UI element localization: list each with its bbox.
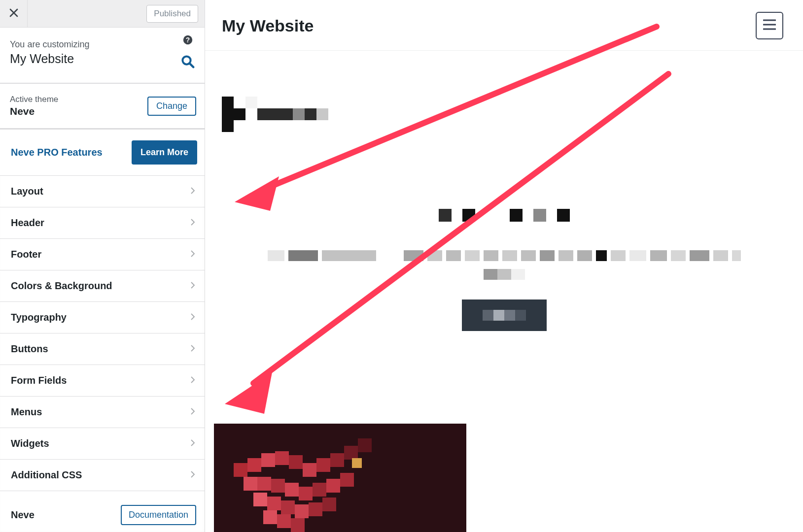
svg-rect-34 [291,518,305,532]
documentation-button[interactable]: Documentation [121,505,196,525]
chevron-right-icon [188,218,197,229]
svg-line-3 [190,64,194,67]
chevron-right-icon [188,375,197,386]
section-widgets[interactable]: Widgets [0,428,205,460]
customizer-sidebar: Published You are customizing My Website… [0,0,205,532]
svg-rect-17 [358,438,372,452]
svg-rect-10 [261,453,275,467]
section-buttons[interactable]: Buttons [0,333,205,365]
svg-rect-8 [234,463,247,477]
learn-more-button[interactable]: Learn More [132,140,197,165]
section-menus[interactable]: Menus [0,397,205,428]
search-icon[interactable] [180,54,195,71]
section-label: Form Fields [11,375,67,386]
section-colors-background[interactable]: Colors & Background [0,270,205,302]
preview-cta-button-placeholder[interactable] [462,299,547,331]
svg-rect-21 [285,483,299,497]
svg-text:?: ? [186,36,190,44]
section-label: Typography [11,312,67,323]
svg-rect-29 [295,504,309,518]
chevron-right-icon [188,438,197,449]
doc-row-label: Neve [11,509,35,521]
section-header[interactable]: Header [0,207,205,239]
section-additional-css[interactable]: Additional CSS [0,460,205,491]
chevron-right-icon [188,470,197,481]
preview-hero-subtitle-placeholder [230,250,778,261]
section-layout[interactable]: Layout [0,176,205,207]
svg-rect-22 [299,487,313,500]
svg-rect-24 [326,479,340,493]
section-label: Header [11,217,44,229]
chevron-right-icon [188,281,197,292]
section-form-fields[interactable]: Form Fields [0,365,205,397]
active-theme-label: Active theme [10,95,58,104]
pro-features-row: Neve PRO Features Learn More [0,129,205,175]
svg-marker-40 [225,372,272,414]
svg-rect-18 [244,477,257,491]
svg-rect-23 [313,483,326,497]
chevron-right-icon [188,312,197,323]
preview-hero-image-placeholder [214,424,466,532]
section-label: Colors & Background [11,280,112,292]
svg-rect-32 [263,510,277,524]
sidebar-topbar: Published [0,0,205,28]
preview-hero-subtitle2-placeholder [484,269,525,280]
svg-marker-38 [235,176,279,211]
svg-rect-11 [275,451,289,465]
chevron-right-icon [188,407,197,418]
chevron-right-icon [188,344,197,355]
svg-rect-20 [271,479,285,493]
svg-rect-30 [309,502,322,516]
preview-hero-title-placeholder [439,209,570,222]
svg-rect-26 [253,493,267,506]
active-theme-name: Neve [10,105,58,117]
doc-row: Neve Documentation [0,491,205,532]
section-label: Additional CSS [11,469,82,481]
mobile-menu-button[interactable] [756,12,783,39]
svg-rect-33 [277,514,291,528]
svg-rect-16 [344,446,358,460]
svg-rect-28 [281,500,295,514]
svg-rect-19 [257,477,271,491]
customizing-header: You are customizing My Website ? [0,28,205,83]
preview-pane: My Website [205,0,803,532]
hamburger-icon [763,19,776,32]
preview-site-title[interactable]: My Website [222,16,314,35]
section-typography[interactable]: Typography [0,302,205,333]
svg-rect-25 [340,473,354,487]
section-label: Layout [11,186,43,197]
customizing-label: You are customizing [10,39,89,50]
change-theme-button[interactable]: Change [147,97,196,116]
svg-rect-14 [316,458,330,472]
section-label: Footer [11,249,41,260]
chevron-right-icon [188,186,197,197]
preview-logo-placeholder [222,97,328,132]
section-label: Buttons [11,343,48,355]
preview-site-header: My Website [205,0,803,51]
section-footer[interactable]: Footer [0,239,205,270]
section-label: Widgets [11,438,49,449]
help-icon[interactable]: ? [182,34,193,47]
customizing-site-title: My Website [10,52,89,66]
publish-status-button[interactable]: Published [146,5,198,23]
svg-rect-35 [352,458,362,468]
close-icon [9,8,19,20]
section-label: Menus [11,406,42,418]
close-customizer-button[interactable] [0,0,28,28]
svg-rect-27 [267,497,281,510]
svg-rect-31 [322,498,336,511]
svg-rect-15 [330,453,344,467]
pro-features-label[interactable]: Neve PRO Features [11,147,103,158]
chevron-right-icon [188,249,197,260]
svg-rect-9 [247,458,261,472]
svg-rect-12 [289,455,303,469]
svg-rect-13 [303,463,316,477]
active-theme-row: Active theme Neve Change [0,84,205,128]
customizer-sections: Layout Header Footer Colors & Background… [0,175,205,532]
